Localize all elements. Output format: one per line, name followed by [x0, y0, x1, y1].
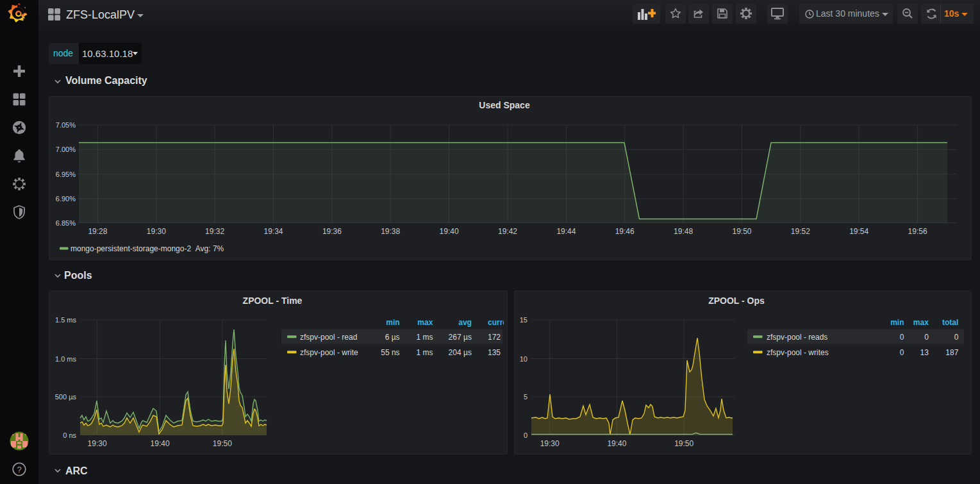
svg-text:total: total	[942, 318, 958, 327]
svg-text:172: 172	[488, 333, 501, 342]
svg-text:0: 0	[954, 333, 959, 342]
svg-text:19:36: 19:36	[322, 227, 342, 236]
svg-text:19:30: 19:30	[540, 439, 560, 448]
svg-text:19:28: 19:28	[88, 227, 107, 236]
svg-text:19:54: 19:54	[849, 227, 868, 236]
svg-text:current: current	[488, 318, 504, 327]
svg-text:avg: avg	[458, 318, 472, 327]
svg-text:15: 15	[520, 316, 527, 324]
svg-text:187: 187	[945, 348, 958, 357]
svg-text:19:46: 19:46	[615, 227, 635, 236]
svg-text:zfspv-pool - write: zfspv-pool - write	[300, 348, 358, 357]
svg-text:19:40: 19:40	[151, 439, 170, 448]
svg-text:max: max	[417, 318, 433, 327]
svg-text:Used Space: Used Space	[479, 100, 530, 110]
svg-text:19:48: 19:48	[674, 227, 693, 236]
svg-text:19:52: 19:52	[791, 227, 810, 236]
svg-text:204 µs: 204 µs	[449, 348, 472, 357]
svg-text:zfspv-pool - reads: zfspv-pool - reads	[767, 333, 827, 342]
svg-text:5: 5	[524, 393, 527, 401]
svg-text:min: min	[386, 318, 399, 327]
svg-text:19:50: 19:50	[674, 439, 693, 448]
svg-text:ZPOOL - Ops: ZPOOL - Ops	[708, 296, 765, 306]
svg-text:0: 0	[900, 333, 904, 342]
svg-text:7.05%: 7.05%	[56, 121, 76, 129]
svg-text:267 µs: 267 µs	[449, 333, 472, 342]
svg-text:135: 135	[488, 348, 501, 357]
svg-text:19:38: 19:38	[381, 227, 400, 236]
svg-text:10: 10	[520, 355, 527, 363]
svg-text:6.95%: 6.95%	[56, 171, 76, 178]
svg-text:7.00%: 7.00%	[56, 146, 76, 153]
svg-text:19:56: 19:56	[908, 227, 927, 236]
svg-text:1 ms: 1 ms	[416, 348, 433, 357]
svg-text:19:40: 19:40	[607, 439, 626, 448]
svg-text:max: max	[913, 318, 929, 327]
svg-text:19:44: 19:44	[556, 227, 576, 236]
svg-text:500 µs: 500 µs	[55, 393, 77, 401]
svg-text:55 ns: 55 ns	[381, 348, 399, 357]
svg-text:0: 0	[900, 348, 904, 357]
svg-text:mongo-persistent-storage-mongo: mongo-persistent-storage-mongo-2 Avg: 7%	[71, 244, 224, 253]
svg-text:0: 0	[524, 431, 527, 439]
svg-text:ZPOOL - Time: ZPOOL - Time	[243, 296, 303, 306]
svg-text:zfspv-pool - read: zfspv-pool - read	[300, 333, 357, 342]
svg-text:19:50: 19:50	[732, 227, 751, 236]
svg-text:zfspv-pool - writes: zfspv-pool - writes	[767, 348, 829, 357]
svg-text:19:30: 19:30	[88, 439, 107, 448]
svg-text:19:30: 19:30	[147, 227, 166, 236]
svg-text:6 µs: 6 µs	[385, 333, 400, 342]
svg-text:13: 13	[920, 348, 929, 357]
svg-text:1 ms: 1 ms	[416, 333, 433, 342]
svg-text:19:42: 19:42	[498, 227, 517, 236]
svg-text:0 ns: 0 ns	[63, 431, 76, 439]
svg-text:1.5 ms: 1.5 ms	[55, 316, 77, 324]
svg-text:1.0 ms: 1.0 ms	[55, 355, 77, 363]
svg-text:?: ?	[17, 465, 21, 474]
svg-text:6.90%: 6.90%	[56, 195, 76, 203]
svg-text:min: min	[890, 318, 904, 327]
svg-text:0: 0	[924, 333, 929, 342]
svg-text:19:50: 19:50	[213, 439, 232, 448]
svg-text:19:40: 19:40	[440, 227, 459, 236]
svg-text:19:32: 19:32	[205, 227, 224, 236]
svg-text:6.85%: 6.85%	[56, 219, 76, 227]
svg-text:19:34: 19:34	[263, 227, 283, 236]
